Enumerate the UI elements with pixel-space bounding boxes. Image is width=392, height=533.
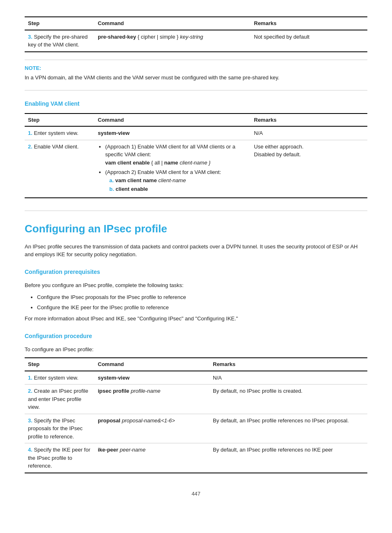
table-row: 4. Specify the IKE peer for the IPsec pr… [25, 443, 367, 473]
step-number: 2. [28, 144, 32, 150]
sub-a-param: client-name [157, 177, 186, 183]
table-row: 2. Enable VAM client. (Approach 1) Enabl… [25, 140, 367, 198]
col-command: Command [95, 358, 210, 371]
list-item: Configure the IPsec proposals for the IP… [37, 293, 367, 301]
step-number: 2. [28, 388, 32, 394]
command-italic: peer-name [118, 447, 145, 453]
approach1-rest: { all | [150, 160, 164, 166]
step-description: Specify the IKE peer for the IPsec profi… [28, 447, 90, 469]
sub-list-item-a: a. vam client name client-name [109, 176, 247, 185]
config-proc-heading: Configuration procedure [25, 332, 367, 341]
table-row: 1. Enter system view. system-view N/A [25, 126, 367, 140]
step-description: Specify the pre-shared key of the VAM cl… [28, 34, 88, 48]
sub-b-cmd: client enable [115, 186, 148, 192]
col-remarks: Remarks [251, 114, 367, 127]
command-list: (Approach 1) Enable VAM client for all V… [105, 143, 247, 193]
enabling-vam-client-heading: Enabling VAM client [25, 100, 367, 108]
prereq-more: For more information about IPsec and IKE… [25, 315, 367, 323]
command-text: system-view [98, 375, 129, 381]
proc-intro: To configure an IPsec profile: [25, 345, 367, 354]
remarks-text: By default, an IPsec profile references … [210, 443, 367, 473]
step-description: Enable VAM client. [34, 144, 78, 150]
step-number: 1. [28, 375, 32, 381]
remarks-line1: Use either approach. [254, 143, 364, 151]
command-bold: ike-peer [98, 447, 118, 453]
col-command: Command [95, 114, 251, 127]
command-text: system-view [98, 130, 129, 136]
command-italic: proposal-name&<1-6> [120, 417, 175, 424]
prereq-list: Configure the IPsec proposals for the IP… [37, 293, 367, 311]
page-number: 447 [25, 490, 367, 498]
col-remarks: Remarks [251, 17, 367, 30]
cmd-list-item: (Approach 2) Enable VAM client for a VAM… [105, 168, 247, 193]
config-prereq-heading: Configuration prerequisites [25, 268, 367, 276]
command-options: { cipher | simple } [138, 34, 180, 40]
step-description: Enter system view. [34, 130, 78, 136]
note-box: NOTE: In a VPN domain, all the VAM clien… [25, 60, 367, 90]
step-number: 4. [28, 447, 32, 453]
step-number: 1. [28, 130, 32, 136]
approach1-name: name [164, 160, 178, 166]
sub-command-list: a. vam client name client-name b. client… [109, 176, 247, 193]
enabling-vam-table: Step Command Remarks 1. Enter system vie… [25, 113, 367, 198]
remarks-text: By default, an IPsec profile references … [210, 414, 367, 443]
approach1-client: client-name } [178, 160, 211, 166]
command-param: key-string [180, 34, 203, 40]
top-table: Step Command Remarks 3. Specify the pre-… [25, 16, 367, 52]
remarks-text: N/A [251, 126, 367, 140]
approach1-cmd: vam client enable [105, 160, 150, 166]
note-text: In a VPN domain, all the VAM clients and… [25, 74, 367, 82]
step-description: Specify the IPsec proposals for the IPse… [28, 417, 83, 440]
sub-label-a: a. [109, 177, 114, 183]
table-row: 2. Create an IPsec profile and enter IPs… [25, 385, 367, 414]
col-step: Step [25, 358, 95, 371]
step-number: 3. [28, 34, 32, 40]
command-bold: ipsec profile [98, 388, 129, 394]
col-remarks: Remarks [210, 358, 367, 371]
table-row: 3. Specify the pre-shared key of the VAM… [25, 30, 367, 52]
list-item: Configure the IKE peer for the IPsec pro… [37, 304, 367, 312]
step-number: 3. [28, 417, 32, 424]
remarks-text: Not specified by default [251, 30, 367, 52]
remarks-text: By default, no IPsec profile is created. [210, 385, 367, 414]
prereq-intro: Before you configure an IPsec profile, c… [25, 281, 367, 290]
cmd-list-item: (Approach 1) Enable VAM client for all V… [105, 143, 247, 167]
sub-label-b: b. [109, 186, 114, 192]
table-row: 1. Enter system view. system-view N/A [25, 371, 367, 385]
remarks-text: N/A [210, 371, 367, 385]
ipsec-proc-table: Step Command Remarks 1. Enter system vie… [25, 357, 367, 473]
table-row: 3. Specify the IPsec proposals for the I… [25, 414, 367, 443]
col-command: Command [95, 17, 251, 30]
ipsec-description: An IPsec profile secures the transmissio… [25, 243, 367, 259]
chapter-heading: Configuring an IPsec profile [25, 211, 367, 237]
command-text: pre-shared-key [98, 34, 136, 40]
command-bold: proposal [98, 417, 120, 424]
step-description: Create an IPsec profile and enter IPsec … [28, 388, 88, 410]
approach1-prefix: (Approach 1) Enable VAM client for all V… [105, 144, 235, 158]
sub-list-item-b: b. client enable [109, 185, 247, 193]
sub-a-cmd: vam client name [115, 177, 157, 183]
command-italic: profile-name [129, 388, 161, 394]
remarks-line2: Disabled by default. [254, 151, 364, 159]
step-description: Enter system view. [34, 375, 78, 381]
col-step: Step [25, 17, 95, 30]
note-label: NOTE: [25, 64, 367, 72]
approach2-prefix: (Approach 2) Enable VAM client for a VAM… [105, 169, 221, 175]
col-step: Step [25, 114, 95, 127]
